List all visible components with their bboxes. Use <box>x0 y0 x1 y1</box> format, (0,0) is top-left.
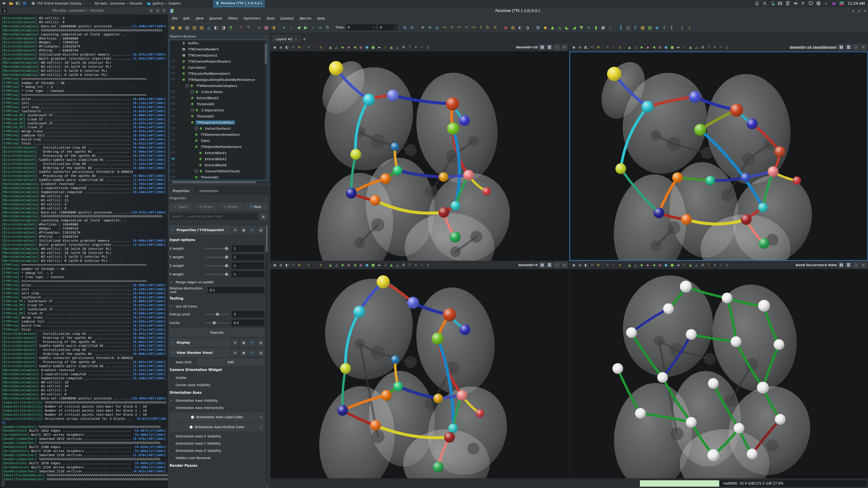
maximize-view-button[interactable] <box>554 44 560 51</box>
open-file-icon[interactable]: ▣ <box>169 24 176 31</box>
tab-properties[interactable]: Properties <box>168 187 194 195</box>
visibility-eye-icon[interactable] <box>170 169 176 173</box>
toggle-3d-icon[interactable]: 3D <box>589 44 595 50</box>
copy-icon[interactable]: ⧉ <box>231 226 239 234</box>
menu-view[interactable]: View <box>193 17 206 20</box>
tab-information[interactable]: Information <box>194 187 223 195</box>
adjust-icon[interactable]: ± <box>617 44 623 50</box>
pipeline-item[interactable]: TTKSeparatrixStability1 <box>169 119 268 125</box>
load-state-icon[interactable]: ▥ <box>191 24 198 31</box>
pipeline-item[interactable]: ExtractBlock5 <box>169 95 268 101</box>
visibility-eye-icon[interactable] <box>170 151 176 155</box>
cone-icon[interactable]: ▲ <box>328 44 333 50</box>
float-panel-icon[interactable]: ◦ <box>261 35 263 38</box>
threshold-filter-icon[interactable]: ▼ <box>578 24 585 31</box>
checkbox[interactable] <box>169 434 174 438</box>
menu-edit[interactable]: Edit <box>180 17 193 20</box>
value-input[interactable]: 3 <box>231 311 265 318</box>
close-panel-icon[interactable]: × <box>265 197 267 200</box>
file-manager-icon[interactable] <box>8 0 14 6</box>
reset-camera-icon[interactable]: ✛ <box>419 24 426 31</box>
cone-outline-icon[interactable]: △ <box>334 44 339 50</box>
pick-icon[interactable]: ∕ <box>382 44 388 50</box>
plot-selection-icon[interactable]: ◫ <box>625 24 631 31</box>
tri-outline-icon[interactable]: △ <box>395 262 400 268</box>
pipeline-item[interactable]: Calculator1 <box>169 64 268 70</box>
help-icon[interactable]: ? <box>706 262 712 268</box>
tree-horizontal-scrollbar[interactable] <box>169 181 268 184</box>
cone-outline-icon[interactable]: △ <box>334 262 339 268</box>
cube-icon[interactable]: ■ <box>669 44 675 50</box>
zoom-icon[interactable]: ⊕ <box>595 44 601 50</box>
minus-icon[interactable]: − <box>718 44 724 50</box>
reset-button[interactable]: ⊘Reset <box>194 203 218 210</box>
text-icon[interactable]: A <box>401 44 406 50</box>
slider[interactable] <box>205 265 230 266</box>
camera-icon[interactable]: ◉ <box>272 262 278 268</box>
checkbox[interactable]: ✓ <box>169 398 174 403</box>
render-view[interactable] <box>569 52 868 261</box>
slider-knob[interactable] <box>225 247 228 250</box>
menu-extractors[interactable]: Extractors <box>241 17 264 20</box>
timer-icon[interactable]: ◔ <box>227 24 234 31</box>
tube-filter-icon[interactable]: ▮ <box>592 24 599 31</box>
remove-source-icon[interactable]: − <box>312 262 318 268</box>
help-icon[interactable]: ? <box>706 44 712 50</box>
plane-icon[interactable]: ▰ <box>675 44 681 50</box>
reload-icon[interactable]: ↻ <box>249 226 256 234</box>
close-tab-icon[interactable]: × <box>295 37 297 41</box>
histogram-icon[interactable]: ║ <box>618 24 624 31</box>
cube-icon[interactable]: ■ <box>370 262 376 268</box>
camera-redo-icon[interactable]: ◑ <box>524 24 531 31</box>
surface-icon[interactable]: ◆ <box>340 44 345 50</box>
slider[interactable] <box>205 257 230 258</box>
expander-icon[interactable]: − <box>195 127 198 130</box>
rotate-icon[interactable]: ◀ <box>651 44 657 50</box>
close-view-button[interactable]: × <box>860 44 867 51</box>
close-view-button[interactable]: × <box>561 44 567 51</box>
reload-icon[interactable]: ↻ <box>249 349 256 356</box>
palette-icon[interactable]: ◑ <box>270 24 277 31</box>
dropdown-orientation-axes-outline-color[interactable]: Orientation Axes Outline Color∨ <box>169 423 265 431</box>
pipeline-item[interactable]: Threshold1 <box>169 113 268 119</box>
keyboard-layout-icon[interactable]: fr <box>801 1 806 6</box>
clip-plane-icon[interactable]: ◈ <box>346 44 351 50</box>
pipeline-item[interactable]: TTKCinemaProductReader1 <box>169 58 268 64</box>
brace-icon[interactable]: { <box>668 24 675 31</box>
split-horizontal-button[interactable] <box>845 44 852 51</box>
reload-icon[interactable]: ↻ <box>249 339 256 346</box>
menu-tools[interactable]: Tools <box>264 17 278 20</box>
close-icon[interactable]: × <box>161 8 166 13</box>
tri-icon[interactable]: ▲ <box>389 44 394 50</box>
pipeline-item[interactable]: −1-Separatrices <box>169 107 268 113</box>
checkbox[interactable] <box>169 383 174 387</box>
value-input[interactable]: 1 <box>231 262 265 269</box>
tri-icon[interactable]: ▲ <box>688 44 693 50</box>
remove-source-icon[interactable]: − <box>312 44 318 50</box>
trash-icon[interactable]: ▯ <box>724 44 730 50</box>
clip-plane-icon[interactable]: ◈ <box>346 262 351 268</box>
new-layout-tab-button[interactable]: + <box>301 35 308 43</box>
add-source-icon[interactable]: + <box>605 262 611 268</box>
expander-icon[interactable]: − <box>191 90 194 94</box>
save-icon[interactable]: ▤ <box>257 226 265 234</box>
pager-icon[interactable] <box>15 0 21 6</box>
maximize-view-button[interactable] <box>853 44 859 51</box>
help-button[interactable]: ?Help <box>244 203 267 210</box>
camera-icon[interactable]: ◉ <box>571 44 577 50</box>
paste-icon[interactable]: ▣ <box>240 226 247 234</box>
pick-icon[interactable]: ∕ <box>382 262 388 268</box>
checkbox[interactable] <box>169 360 174 364</box>
help-icon[interactable]: ? <box>407 44 412 50</box>
camera-minus-y-icon[interactable]: -Y <box>463 24 469 31</box>
dropdown-orientation-axes-label-color[interactable]: Orientation Axes Label Color∨ <box>169 413 265 421</box>
last-frame-icon[interactable]: » <box>317 24 324 31</box>
render-view[interactable] <box>270 52 569 261</box>
value-input[interactable]: 0.1 <box>208 287 265 293</box>
camera-minus-z-icon[interactable]: -Z <box>477 24 484 31</box>
taskbar-task[interactable]: ParaView [TTK 1.3.0] 6.0.1 <box>213 0 266 7</box>
cone-outline-icon[interactable]: △ <box>633 262 638 268</box>
taskbar-task[interactable]: TTK Online Example Databa... <box>29 0 87 7</box>
help-icon[interactable]: ? <box>407 262 412 268</box>
delete-button[interactable]: ×Delete <box>219 203 243 210</box>
